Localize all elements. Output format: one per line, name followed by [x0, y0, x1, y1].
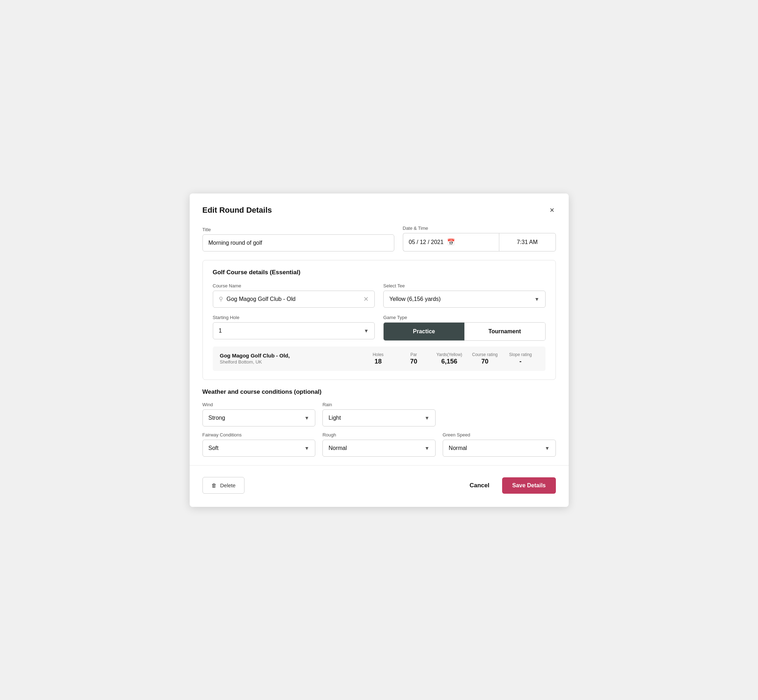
- slope-rating-value: -: [520, 358, 522, 365]
- wind-dropdown[interactable]: Strong ▼: [202, 409, 316, 427]
- rough-field: Rough Normal ▼: [323, 432, 435, 457]
- rough-value: Normal: [329, 445, 347, 452]
- weather-title: Weather and course conditions (optional): [202, 388, 556, 395]
- slope-rating-label: Slope rating: [509, 352, 532, 357]
- par-label: Par: [410, 352, 417, 357]
- wind-rain-row: Wind Strong ▼ Rain Light ▼: [202, 402, 556, 427]
- game-type-label: Game Type: [383, 315, 545, 320]
- course-info-row: Gog Magog Golf Club - Old, Shelford Bott…: [213, 347, 545, 371]
- search-icon: ⚲: [219, 295, 223, 302]
- fairway-label: Fairway Conditions: [202, 432, 316, 438]
- save-details-button[interactable]: Save Details: [502, 477, 556, 494]
- par-value: 70: [410, 358, 417, 365]
- starting-hole-dropdown[interactable]: 1 ▼: [213, 322, 375, 339]
- green-speed-field: Green Speed Normal ▼: [443, 432, 556, 457]
- calendar-icon: 📅: [447, 238, 455, 246]
- modal-header: Edit Round Details ×: [202, 205, 556, 216]
- course-info-name-block: Gog Magog Golf Club - Old, Shelford Bott…: [220, 353, 360, 364]
- par-stat: Par 70: [396, 352, 432, 365]
- holes-value: 18: [374, 358, 382, 365]
- date-input-box[interactable]: 05 / 12 / 2021 📅: [403, 233, 499, 252]
- title-input[interactable]: [202, 234, 394, 252]
- course-name-label: Course Name: [213, 283, 375, 289]
- cancel-button[interactable]: Cancel: [462, 477, 496, 494]
- time-value: 7:31 AM: [517, 239, 538, 245]
- yards-stat: Yards(Yellow) 6,156: [432, 352, 467, 365]
- footer-right-actions: Cancel Save Details: [462, 477, 556, 494]
- chevron-down-icon: ▼: [534, 296, 539, 302]
- chevron-down-icon-2: ▼: [364, 328, 369, 334]
- clear-icon[interactable]: ✕: [363, 295, 369, 303]
- course-rating-value: 70: [481, 358, 488, 365]
- yards-label: Yards(Yellow): [436, 352, 462, 357]
- course-rating-stat: Course rating 70: [467, 352, 503, 365]
- slope-rating-stat: Slope rating -: [503, 352, 539, 365]
- green-speed-label: Green Speed: [443, 432, 556, 438]
- fairway-dropdown[interactable]: Soft ▼: [202, 440, 316, 457]
- holes-label: Holes: [373, 352, 384, 357]
- course-rating-label: Course rating: [472, 352, 498, 357]
- chevron-down-icon-green: ▼: [545, 445, 550, 451]
- rain-value: Light: [329, 415, 341, 421]
- datetime-field-group: Date & Time 05 / 12 / 2021 📅 7:31 AM: [403, 225, 556, 252]
- course-name-input[interactable]: [227, 296, 360, 302]
- modal-title: Edit Round Details: [202, 206, 272, 215]
- rough-label: Rough: [323, 432, 435, 438]
- select-tee-label: Select Tee: [383, 283, 545, 289]
- rain-label: Rain: [323, 402, 435, 407]
- fairway-rough-green-row: Fairway Conditions Soft ▼ Rough Normal ▼…: [202, 432, 556, 457]
- date-value: 05 / 12 / 2021: [409, 239, 444, 245]
- time-input-box[interactable]: 7:31 AM: [499, 233, 556, 252]
- select-tee-value: Yellow (6,156 yards): [389, 296, 440, 302]
- datetime-row: 05 / 12 / 2021 📅 7:31 AM: [403, 233, 556, 252]
- footer-divider: [190, 465, 568, 466]
- delete-button[interactable]: 🗑 Delete: [202, 477, 244, 494]
- select-tee-dropdown[interactable]: Yellow (6,156 yards) ▼: [383, 291, 545, 308]
- chevron-down-icon-fairway: ▼: [304, 445, 309, 451]
- tournament-toggle-button[interactable]: Tournament: [464, 323, 545, 341]
- course-name-group: Course Name ⚲ ✕: [213, 283, 375, 308]
- green-speed-dropdown[interactable]: Normal ▼: [443, 440, 556, 457]
- trash-icon: 🗑: [211, 482, 217, 488]
- wind-label: Wind: [202, 402, 316, 407]
- edit-round-modal: Edit Round Details × Title Date & Time 0…: [190, 194, 568, 507]
- course-info-name: Gog Magog Golf Club - Old,: [220, 353, 360, 359]
- rough-dropdown[interactable]: Normal ▼: [323, 440, 435, 457]
- course-fields-grid: Course Name ⚲ ✕ Select Tee Yellow (6,156…: [213, 283, 545, 341]
- weather-section: Weather and course conditions (optional)…: [202, 388, 556, 457]
- golf-course-section: Golf Course details (Essential) Course N…: [202, 260, 556, 380]
- starting-hole-label: Starting Hole: [213, 315, 375, 320]
- rain-field: Rain Light ▼: [323, 402, 435, 427]
- course-search-box[interactable]: ⚲ ✕: [213, 291, 375, 308]
- fairway-value: Soft: [208, 445, 219, 452]
- course-info-location: Shelford Bottom, UK: [220, 359, 360, 364]
- datetime-label: Date & Time: [403, 225, 556, 231]
- select-tee-group: Select Tee Yellow (6,156 yards) ▼: [383, 283, 545, 308]
- chevron-down-icon-rain: ▼: [424, 415, 429, 421]
- holes-stat: Holes 18: [360, 352, 396, 365]
- game-type-toggle: Practice Tournament: [383, 322, 545, 341]
- footer-row: 🗑 Delete Cancel Save Details: [202, 474, 556, 494]
- wind-field: Wind Strong ▼: [202, 402, 316, 427]
- close-button[interactable]: ×: [548, 205, 556, 216]
- green-speed-value: Normal: [449, 445, 467, 452]
- wind-value: Strong: [208, 415, 225, 421]
- delete-label: Delete: [220, 482, 236, 488]
- chevron-down-icon-wind: ▼: [304, 415, 309, 421]
- title-field-group: Title: [202, 227, 394, 252]
- fairway-field: Fairway Conditions Soft ▼: [202, 432, 316, 457]
- chevron-down-icon-rough: ▼: [424, 445, 429, 451]
- yards-value: 6,156: [441, 358, 457, 365]
- starting-hole-value: 1: [219, 328, 222, 334]
- title-datetime-row: Title Date & Time 05 / 12 / 2021 📅 7:31 …: [202, 225, 556, 252]
- game-type-group: Game Type Practice Tournament: [383, 315, 545, 341]
- starting-hole-group: Starting Hole 1 ▼: [213, 315, 375, 341]
- golf-course-title: Golf Course details (Essential): [213, 269, 545, 276]
- practice-toggle-button[interactable]: Practice: [384, 323, 464, 341]
- rain-dropdown[interactable]: Light ▼: [323, 409, 435, 427]
- title-label: Title: [202, 227, 394, 232]
